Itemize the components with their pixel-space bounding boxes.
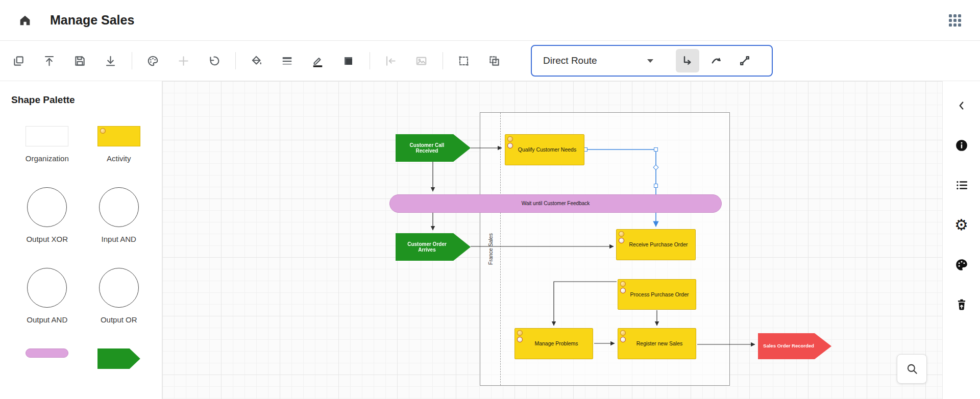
node-label: Wait until Customer Feedback <box>522 201 590 207</box>
pen-color-icon <box>311 55 324 67</box>
shadow-icon <box>342 55 355 67</box>
circle-shape-icon <box>27 268 67 308</box>
color-palette-icon <box>146 55 159 67</box>
connector-midpoint-handle[interactable] <box>653 165 658 170</box>
toolbar-separator <box>235 52 236 69</box>
select-region-button[interactable] <box>452 49 475 72</box>
connector-handle[interactable] <box>654 148 658 152</box>
palette-item-input-and[interactable]: Input AND <box>99 187 139 243</box>
info-button[interactable] <box>954 138 969 153</box>
shadow-button[interactable] <box>337 49 359 72</box>
apps-grid-button[interactable] <box>943 9 967 32</box>
selected-connector[interactable] <box>584 148 658 227</box>
activity-badge-icons <box>620 330 626 342</box>
palette-item-label: Activity <box>107 154 131 163</box>
trash-button[interactable] <box>954 297 969 312</box>
settings-button[interactable]: ⚙ <box>954 218 969 232</box>
group-select-button[interactable] <box>483 49 505 72</box>
fill-color-button[interactable] <box>245 49 267 72</box>
palette-item-activity[interactable]: Activity <box>97 126 140 163</box>
download-button[interactable] <box>99 49 121 72</box>
undo-button[interactable] <box>203 49 225 72</box>
palette-icon <box>955 258 968 271</box>
trash-icon <box>955 298 968 311</box>
theme-palette-button[interactable] <box>954 258 969 272</box>
node-label: Customer Call Received <box>400 142 454 154</box>
app-header: Manage Sales <box>0 0 980 41</box>
search-icon <box>905 362 919 376</box>
node-label: Process Purchase Order <box>630 291 689 297</box>
activity-badge-icons <box>620 281 626 293</box>
chevron-down-icon <box>647 59 653 63</box>
curved-connector-button[interactable] <box>704 49 728 72</box>
node-label: Register new Sales <box>636 340 682 346</box>
palette-item-label: Organization <box>26 154 69 163</box>
palette-item-output-and[interactable]: Output AND <box>27 268 67 324</box>
align-left-icon <box>384 55 397 67</box>
copy-button[interactable] <box>7 49 30 72</box>
home-button[interactable] <box>13 9 37 32</box>
route-type-dropdown[interactable]: Direct Route <box>543 55 671 66</box>
activity-badge-icons <box>517 330 523 342</box>
align-left-button[interactable] <box>379 49 402 72</box>
color-palette-button[interactable] <box>141 49 164 72</box>
node-label: Manage Problems <box>534 340 578 346</box>
save-button[interactable] <box>68 49 91 72</box>
straight-connector-button[interactable] <box>733 49 756 72</box>
curved-connector-icon <box>710 55 722 67</box>
palette-item-label: Input AND <box>102 235 136 243</box>
node-register-new-sales[interactable]: Register new Sales <box>618 328 696 359</box>
orthogonal-connector-icon <box>681 55 694 67</box>
palette-item-label: Output OR <box>101 315 137 324</box>
diagram-toolbar: Direct Route <box>0 41 980 81</box>
palette-item-organization[interactable]: Organization <box>26 126 69 163</box>
connector-process-to-manage[interactable] <box>554 282 617 326</box>
palette-item-output-or[interactable]: Output OR <box>99 268 139 324</box>
palette-item-delay[interactable] <box>26 348 68 369</box>
node-manage-problems[interactable]: Manage Problems <box>514 328 593 359</box>
home-icon <box>18 13 32 28</box>
toolbar-separator <box>443 52 443 69</box>
collapse-panel-button[interactable] <box>954 98 969 113</box>
circle-shape-icon <box>99 268 139 308</box>
upload-button[interactable] <box>38 49 60 72</box>
circle-shape-icon <box>99 187 139 227</box>
node-wait-until-customer-feedback[interactable]: Wait until Customer Feedback <box>389 194 722 213</box>
node-receive-purchase-order[interactable]: Receive Purchase Order <box>616 229 696 260</box>
palette-item-label: Output AND <box>27 315 67 324</box>
upload-icon <box>43 55 56 67</box>
add-icon <box>177 55 190 67</box>
node-label: Sales Order Recorded <box>763 343 814 349</box>
toolbar-separator <box>132 52 132 69</box>
list-icon <box>955 179 968 192</box>
shape-palette-panel: Shape Palette Organization Activity Outp… <box>0 81 162 399</box>
organization-shape-icon <box>26 126 68 146</box>
line-style-icon <box>281 55 293 67</box>
palette-grid: Organization Activity Output XOR Input A… <box>11 126 155 369</box>
connector-handle[interactable] <box>654 184 658 188</box>
node-process-purchase-order[interactable]: Process Purchase Order <box>618 279 696 310</box>
pen-color-button[interactable] <box>306 49 329 72</box>
palette-item-event-arrow[interactable] <box>97 348 140 369</box>
fill-color-icon <box>250 55 263 67</box>
palette-item-label: Output XOR <box>26 235 68 243</box>
node-label: Receive Purchase Order <box>629 241 688 247</box>
undo-icon <box>208 55 220 67</box>
event-arrow-shape-icon <box>97 348 140 369</box>
orthogonal-connector-button[interactable] <box>676 49 699 72</box>
palette-item-output-xor[interactable]: Output XOR <box>26 187 68 243</box>
diagram-canvas[interactable]: France Sales <box>162 81 942 399</box>
activity-badge-icons <box>507 136 513 148</box>
insert-image-button[interactable] <box>410 49 432 72</box>
node-qualify-customer-needs[interactable]: Qualify Customer Needs <box>505 134 584 165</box>
circle-shape-icon <box>27 187 67 227</box>
line-style-button[interactable] <box>276 49 298 72</box>
add-button[interactable] <box>172 49 194 72</box>
node-label: Customer Order Arrives <box>400 241 454 253</box>
node-label: Qualify Customer Needs <box>518 146 576 153</box>
palette-title: Shape Palette <box>11 94 155 106</box>
list-button[interactable] <box>954 178 969 192</box>
apps-grid-icon <box>949 14 961 27</box>
search-button[interactable] <box>897 354 927 384</box>
toolbar-separator <box>370 52 370 69</box>
